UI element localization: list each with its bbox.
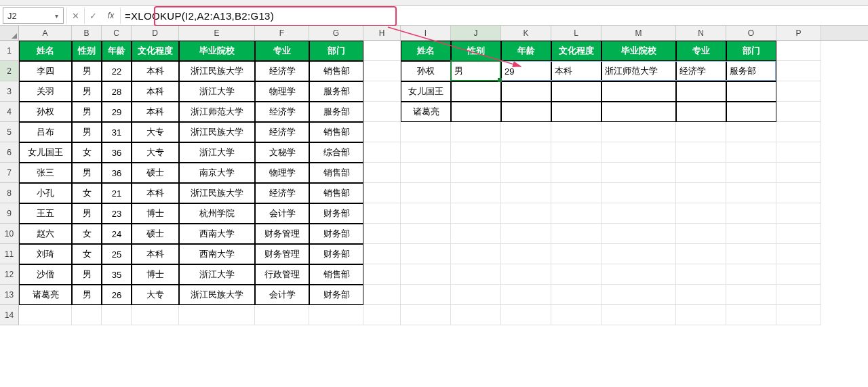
- cell-P7[interactable]: [776, 163, 821, 183]
- cell-D13[interactable]: 大专: [132, 285, 179, 305]
- formula-input[interactable]: =XLOOKUP(I2,A2:A13,B2:G13): [121, 7, 868, 24]
- cell-N4[interactable]: [676, 102, 726, 122]
- row-header-3[interactable]: 3: [0, 81, 19, 102]
- cell-A13[interactable]: 诸葛亮: [19, 285, 72, 305]
- cell-P5[interactable]: [776, 122, 821, 142]
- cell-C7[interactable]: 36: [102, 163, 132, 183]
- cell-M13[interactable]: [601, 285, 676, 305]
- name-box[interactable]: J2 ▾: [3, 7, 64, 24]
- cell-I5[interactable]: [401, 122, 451, 142]
- cell-C11[interactable]: 25: [102, 244, 132, 264]
- cell-P6[interactable]: [776, 142, 821, 163]
- cell-K12[interactable]: [501, 264, 551, 285]
- cell-F6[interactable]: 文秘学: [255, 142, 309, 163]
- row-header-13[interactable]: 13: [0, 285, 19, 305]
- select-all-corner[interactable]: [0, 26, 19, 40]
- cell-J2[interactable]: 男: [451, 61, 501, 81]
- cell-P14[interactable]: [776, 305, 821, 325]
- cell-O10[interactable]: [726, 224, 776, 244]
- cell-E9[interactable]: 杭州学院: [179, 203, 255, 224]
- cell-D5[interactable]: 大专: [132, 122, 179, 142]
- cell-K9[interactable]: [501, 203, 551, 224]
- cell-J5[interactable]: [451, 122, 501, 142]
- cell-N1[interactable]: 专业: [676, 41, 726, 61]
- cell-F1[interactable]: 专业: [255, 41, 309, 61]
- cell-L10[interactable]: [551, 224, 601, 244]
- cell-B7[interactable]: 男: [72, 163, 102, 183]
- cell-A5[interactable]: 吕布: [19, 122, 72, 142]
- cell-P9[interactable]: [776, 203, 821, 224]
- cell-D7[interactable]: 硕士: [132, 163, 179, 183]
- cell-A1[interactable]: 姓名: [19, 41, 72, 61]
- cell-B6[interactable]: 女: [72, 142, 102, 163]
- cell-L12[interactable]: [551, 264, 601, 285]
- cell-G7[interactable]: 销售部: [309, 163, 363, 183]
- cell-N2[interactable]: 经济学: [676, 61, 726, 81]
- column-header-A[interactable]: A: [19, 26, 72, 40]
- column-header-I[interactable]: I: [401, 26, 451, 40]
- cell-I14[interactable]: [401, 305, 451, 325]
- row-header-1[interactable]: 1: [0, 41, 19, 61]
- cell-F14[interactable]: [255, 305, 309, 325]
- cell-I3[interactable]: 女儿国王: [401, 81, 451, 102]
- cell-O8[interactable]: [726, 183, 776, 203]
- cell-C13[interactable]: 26: [102, 285, 132, 305]
- cell-K2[interactable]: 29: [501, 61, 551, 81]
- cell-G1[interactable]: 部门: [309, 41, 363, 61]
- cell-M4[interactable]: [601, 102, 676, 122]
- cell-H4[interactable]: [363, 102, 401, 122]
- cell-C2[interactable]: 22: [102, 61, 132, 81]
- cell-O2[interactable]: 服务部: [726, 61, 776, 81]
- cell-J14[interactable]: [451, 305, 501, 325]
- cell-F13[interactable]: 会计学: [255, 285, 309, 305]
- cell-F7[interactable]: 物理学: [255, 163, 309, 183]
- cell-B8[interactable]: 女: [72, 183, 102, 203]
- cell-A2[interactable]: 李四: [19, 61, 72, 81]
- cell-M14[interactable]: [601, 305, 676, 325]
- cell-G14[interactable]: [309, 305, 363, 325]
- column-header-M[interactable]: M: [601, 26, 676, 40]
- cell-A4[interactable]: 孙权: [19, 102, 72, 122]
- cell-B9[interactable]: 男: [72, 203, 102, 224]
- column-header-D[interactable]: D: [132, 26, 179, 40]
- cell-O11[interactable]: [726, 244, 776, 264]
- cell-M3[interactable]: [601, 81, 676, 102]
- cell-F4[interactable]: 经济学: [255, 102, 309, 122]
- cell-B1[interactable]: 性别: [72, 41, 102, 61]
- cell-D1[interactable]: 文化程度: [132, 41, 179, 61]
- cell-C4[interactable]: 29: [102, 102, 132, 122]
- cell-N10[interactable]: [676, 224, 726, 244]
- cell-D3[interactable]: 本科: [132, 81, 179, 102]
- spreadsheet-grid[interactable]: ABCDEFGHIJKLMNOP 1姓名性别年龄文化程度毕业院校专业部门姓名性别…: [0, 26, 868, 387]
- cell-F8[interactable]: 经济学: [255, 183, 309, 203]
- cell-G12[interactable]: 销售部: [309, 264, 363, 285]
- cell-L1[interactable]: 文化程度: [551, 41, 601, 61]
- column-header-E[interactable]: E: [179, 26, 255, 40]
- cell-G10[interactable]: 财务部: [309, 224, 363, 244]
- cell-C10[interactable]: 24: [102, 224, 132, 244]
- cell-J1[interactable]: 性别: [451, 41, 501, 61]
- cell-B11[interactable]: 女: [72, 244, 102, 264]
- cell-G11[interactable]: 财务部: [309, 244, 363, 264]
- cell-O7[interactable]: [726, 163, 776, 183]
- cell-F5[interactable]: 经济学: [255, 122, 309, 142]
- cell-P12[interactable]: [776, 264, 821, 285]
- cell-J7[interactable]: [451, 163, 501, 183]
- cell-A8[interactable]: 小孔: [19, 183, 72, 203]
- cell-I7[interactable]: [401, 163, 451, 183]
- cell-D9[interactable]: 博士: [132, 203, 179, 224]
- cell-N11[interactable]: [676, 244, 726, 264]
- cell-E3[interactable]: 浙江大学: [179, 81, 255, 102]
- cell-L9[interactable]: [551, 203, 601, 224]
- row-header-7[interactable]: 7: [0, 163, 19, 183]
- cell-B13[interactable]: 男: [72, 285, 102, 305]
- cell-G13[interactable]: 财务部: [309, 285, 363, 305]
- column-header-K[interactable]: K: [501, 26, 551, 40]
- cell-E6[interactable]: 浙江大学: [179, 142, 255, 163]
- cell-N14[interactable]: [676, 305, 726, 325]
- row-header-5[interactable]: 5: [0, 122, 19, 142]
- cell-M6[interactable]: [601, 142, 676, 163]
- row-header-4[interactable]: 4: [0, 102, 19, 122]
- cell-C1[interactable]: 年龄: [102, 41, 132, 61]
- column-header-G[interactable]: G: [309, 26, 363, 40]
